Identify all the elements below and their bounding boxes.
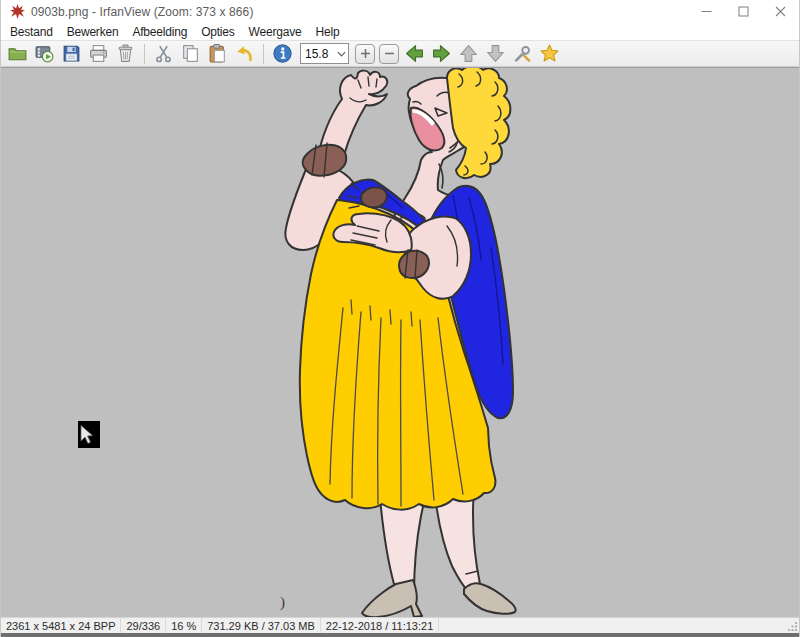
menu-bestand[interactable]: Bestand: [3, 25, 60, 39]
toolbar: 15.8: [1, 40, 799, 67]
right-shoe: [464, 583, 516, 614]
status-file-index: 29/336: [121, 618, 166, 633]
undo-icon[interactable]: [233, 42, 256, 65]
zoom-combo[interactable]: 15.8: [300, 43, 349, 64]
status-bar: 2361 x 5481 x 24 BPP 29/336 16 % 731.29 …: [1, 617, 799, 633]
menu-weergave[interactable]: Weergave: [242, 25, 309, 39]
paste-icon[interactable]: [206, 42, 229, 65]
page-down-icon[interactable]: [484, 42, 507, 65]
status-file-datetime: 22-12-2018 / 11:13:21: [321, 618, 439, 633]
settings-tools-icon[interactable]: [511, 42, 534, 65]
save-icon[interactable]: [60, 42, 83, 65]
bracelet-chest: [399, 251, 429, 278]
zoom-out-icon[interactable]: [379, 44, 399, 64]
resize-grip-icon[interactable]: [785, 618, 799, 633]
status-file-size: 731.29 KB / 37.03 MB: [202, 618, 321, 633]
window-title: 0903b.png - IrfanView (Zoom: 373 x 866): [31, 5, 253, 19]
cursor-black-square: [78, 421, 100, 448]
menu-opties[interactable]: Opties: [194, 25, 241, 39]
window-controls: [688, 0, 799, 23]
chevron-down-icon[interactable]: [334, 51, 348, 57]
open-folder-icon[interactable]: [6, 42, 29, 65]
minimize-icon[interactable]: [688, 0, 725, 23]
title-bar: 0903b.png - IrfanView (Zoom: 373 x 866): [1, 0, 799, 23]
maximize-icon[interactable]: [725, 0, 762, 23]
status-zoom-percent: 16 %: [166, 618, 202, 633]
menu-afbeelding[interactable]: Afbeelding: [125, 25, 194, 39]
delete-icon[interactable]: [114, 42, 137, 65]
toolbar-separator: [263, 44, 264, 64]
cut-icon[interactable]: [152, 42, 175, 65]
left-shoe: [362, 580, 422, 617]
menu-help[interactable]: Help: [308, 25, 346, 39]
right-leg: [435, 496, 480, 591]
toolbar-separator: [144, 44, 145, 64]
print-icon[interactable]: [87, 42, 110, 65]
previous-image-icon[interactable]: [403, 42, 426, 65]
page-up-icon[interactable]: [457, 42, 480, 65]
menu-bar: Bestand Bewerken Afbeelding Opties Weerg…: [1, 23, 799, 40]
menu-bewerken[interactable]: Bewerken: [60, 25, 126, 39]
displayed-image-singer-cartoon: ): [1, 68, 799, 617]
annotation-paren: ): [280, 594, 285, 611]
irfanview-window: 0903b.png - IrfanView (Zoom: 373 x 866) …: [0, 0, 800, 637]
info-icon[interactable]: [271, 42, 294, 65]
status-spacer: [439, 618, 785, 633]
image-canvas[interactable]: ): [1, 67, 799, 617]
irfanview-app-icon[interactable]: [10, 4, 25, 19]
slideshow-icon[interactable]: [33, 42, 56, 65]
next-image-icon[interactable]: [430, 42, 453, 65]
copy-icon[interactable]: [179, 42, 202, 65]
window-bottom-edge: [1, 633, 799, 637]
brooch: [361, 187, 387, 207]
favorites-star-icon[interactable]: [538, 42, 561, 65]
status-image-info: 2361 x 5481 x 24 BPP: [1, 618, 121, 633]
zoom-in-icon[interactable]: [355, 44, 375, 64]
zoom-value: 15.8: [301, 47, 334, 61]
close-icon[interactable]: [762, 0, 799, 23]
